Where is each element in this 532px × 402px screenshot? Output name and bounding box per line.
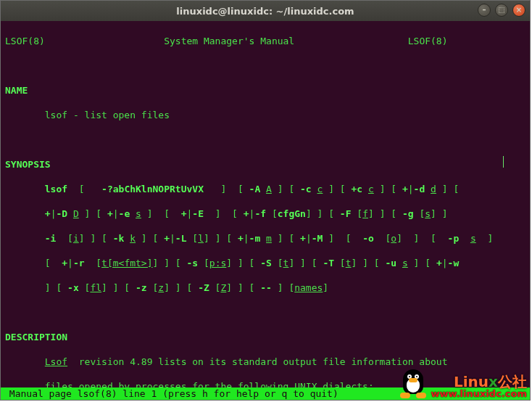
maximize-button[interactable]: ⬚ <box>495 4 508 17</box>
minimize-button[interactable]: – <box>478 4 491 17</box>
spacer <box>45 36 164 46</box>
blank-line <box>5 134 525 146</box>
synopsis-line-1: lsof [ -?abChKlnNOPRtUvVX ] [ -A A ] [ -… <box>5 183 525 195</box>
blank-line <box>5 306 525 319</box>
man-header: LSOF(8) System Manager's Manual LSOF(8) <box>5 35 525 47</box>
description-line: Lsof revision 4.89 lists on its standard… <box>5 356 525 368</box>
titlebar: linuxidc@linuxidc: ~/linuxidc.com – ⬚ × <box>1 1 530 21</box>
spacer <box>294 36 408 46</box>
synopsis-line-3: -i [i] ] [ -k k ] [ +|-L [l] ] [ +|-m m … <box>5 232 525 245</box>
minimize-icon: – <box>483 7 486 14</box>
close-icon: × <box>516 7 522 14</box>
section-synopsis-heading: SYNOPSIS <box>5 158 525 171</box>
man-header-left: LSOF(8) <box>5 36 45 46</box>
man-header-right: LSOF(8) <box>408 36 448 46</box>
synopsis-line-4: [ +|-r [t[m<fmt>]] ] [ -s [p:s] ] [ -S [… <box>5 257 525 269</box>
window-title: linuxidc@linuxidc: ~/linuxidc.com <box>176 6 354 17</box>
synopsis-line-5: ] [ -x [fl] ] [ -z [z] ] [ -Z [Z] ] [ --… <box>5 282 525 294</box>
maximize-icon: ⬚ <box>498 7 504 14</box>
blank-line <box>5 60 525 72</box>
man-header-center: System Manager's Manual <box>164 36 294 46</box>
close-button[interactable]: × <box>512 4 525 17</box>
synopsis-line-2: +|-D D ] [ +|-e s ] [ +|-E ] [ +|-f [cfg… <box>5 208 525 220</box>
terminal-viewport[interactable]: LSOF(8) System Manager's Manual LSOF(8) … <box>1 21 530 400</box>
terminal-window: linuxidc@linuxidc: ~/linuxidc.com – ⬚ × … <box>0 0 531 401</box>
section-name-heading: NAME <box>5 84 525 97</box>
section-description-heading: DESCRIPTION <box>5 331 525 343</box>
man-status-bar: Manual page lsof(8) line 1 (press h for … <box>1 387 530 400</box>
window-buttons: – ⬚ × <box>478 4 525 17</box>
name-line: lsof - list open files <box>5 109 525 121</box>
text-cursor <box>503 156 504 168</box>
